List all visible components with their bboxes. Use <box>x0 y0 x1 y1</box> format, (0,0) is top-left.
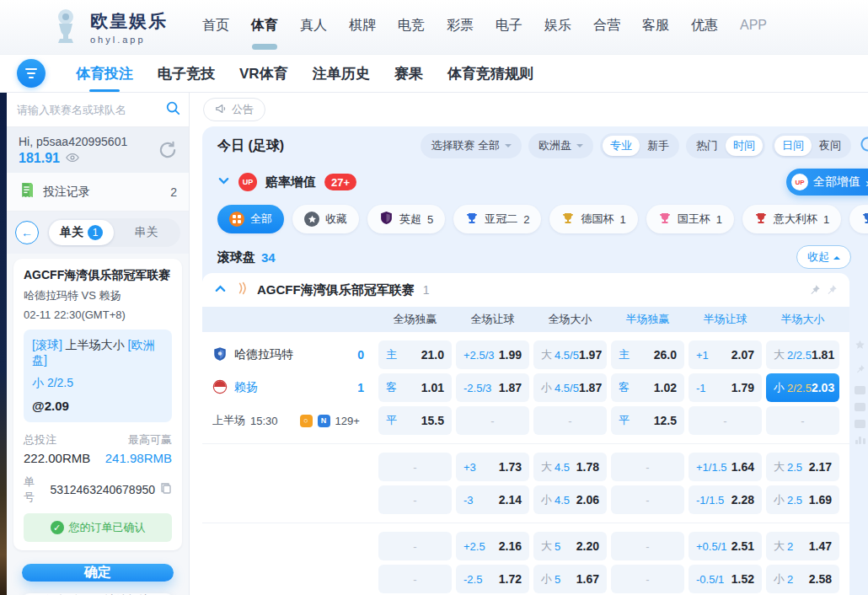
toggle-option-热门[interactable]: 热门 <box>689 136 726 156</box>
search-icon[interactable] <box>165 100 180 119</box>
topnav-item-APP[interactable]: APP <box>729 0 778 54</box>
search-input[interactable] <box>17 104 165 116</box>
odds-cell[interactable]: 小2.51.69 <box>766 485 839 514</box>
toggle-option-日间[interactable]: 日间 <box>774 136 812 156</box>
odds-cell-empty[interactable]: - <box>689 406 762 435</box>
odds-cell[interactable]: 大21.47 <box>766 532 839 560</box>
subnav-tab-注单历史[interactable]: 注单历史 <box>313 64 370 83</box>
back-arrow-button[interactable]: ← <box>15 221 39 244</box>
odds-cell[interactable]: 大4.5/51.97 <box>533 340 607 369</box>
stat-badge-icon[interactable] <box>855 386 865 394</box>
topnav-item-棋牌[interactable]: 棋牌 <box>338 0 387 54</box>
brand-logo[interactable]: 欧皇娱乐 ohyl.app <box>49 7 168 47</box>
refresh-balance-icon[interactable] <box>157 139 179 164</box>
topnav-item-客服[interactable]: 客服 <box>631 0 680 54</box>
copy-icon[interactable] <box>160 482 172 497</box>
toggle-option-新手[interactable]: 新手 <box>640 136 677 156</box>
all-boosts-button[interactable]: UP 全部增值 › <box>786 169 868 196</box>
topnav-item-娱乐[interactable]: 娱乐 <box>533 0 582 54</box>
odds-cell[interactable]: 大4.51.78 <box>533 453 607 481</box>
odds-cell[interactable]: -2.5/31.87 <box>456 373 529 402</box>
odds-cell-empty[interactable]: - <box>378 565 452 593</box>
odds-cell[interactable]: -2.51.72 <box>456 565 529 593</box>
odds-cell[interactable]: 平12.5 <box>611 406 684 435</box>
league-chip-巴甲[interactable]: 巴甲5 <box>849 205 868 233</box>
topnav-item-合营[interactable]: 合营 <box>582 0 631 54</box>
collapse-button[interactable]: 收起 <box>796 245 851 269</box>
confirm-button[interactable]: 确定 <box>22 564 174 582</box>
league-chip-国王杯[interactable]: 国王杯1 <box>646 205 734 233</box>
odds-cell-empty[interactable]: - <box>378 485 452 514</box>
topnav-item-彩票[interactable]: 彩票 <box>436 0 485 54</box>
league-chip-收藏[interactable]: 收藏 <box>292 205 359 233</box>
odds-cell[interactable]: 大2.52.17 <box>766 453 839 481</box>
odds-cell[interactable]: 小22.58 <box>766 565 839 593</box>
tab-single-bet[interactable]: 单关 1 <box>49 220 114 245</box>
subnav-tab-电子竞技[interactable]: 电子竞技 <box>158 64 215 83</box>
announcement-pill[interactable]: 公告 <box>203 98 265 121</box>
pin-icon[interactable] <box>855 362 865 378</box>
odds-cell-empty[interactable]: - <box>456 406 529 435</box>
odds-cell-empty[interactable]: - <box>611 485 684 514</box>
eye-icon[interactable] <box>66 151 79 166</box>
filter-menu-button[interactable] <box>17 59 46 88</box>
topnav-item-优惠[interactable]: 优惠 <box>680 0 729 54</box>
subnav-tab-体育竞猜规则[interactable]: 体育竞猜规则 <box>447 64 533 83</box>
odds-cell-empty[interactable]: - <box>378 453 452 481</box>
odds-cell[interactable]: -0.5/11.52 <box>689 565 762 593</box>
odds-cell[interactable]: +12.07 <box>689 340 762 369</box>
topnav-item-真人[interactable]: 真人 <box>289 0 338 54</box>
odds-cell[interactable]: +31.73 <box>456 453 529 481</box>
odds-cell[interactable]: -1/1.52.28 <box>689 485 762 514</box>
odds-cell-empty[interactable]: - <box>611 565 684 593</box>
odds-cell[interactable]: 大52.20 <box>533 532 607 560</box>
league-select-dropdown[interactable]: 选择联赛 全部 <box>421 133 522 158</box>
odds-cell-empty[interactable]: - <box>533 406 607 435</box>
odds-cell[interactable]: 小4.5/51.87 <box>533 373 607 402</box>
odds-cell[interactable]: 小2/2.52.03 <box>766 373 839 402</box>
star-icon[interactable] <box>855 339 865 354</box>
tab-parlay-bet[interactable]: 串关 <box>114 220 179 245</box>
odds-cell[interactable]: 客1.01 <box>378 373 452 402</box>
subnav-tab-赛果[interactable]: 赛果 <box>394 64 423 83</box>
odds-cell-empty[interactable]: - <box>766 406 839 435</box>
subnav-tab-VR体育[interactable]: VR体育 <box>239 64 288 83</box>
odds-cell-empty[interactable]: - <box>611 453 684 481</box>
odds-cell[interactable]: 大2/2.51.81 <box>766 340 839 369</box>
odds-cell[interactable]: +0.5/12.51 <box>689 532 762 560</box>
topnav-item-体育[interactable]: 体育 <box>240 0 289 54</box>
league-chip-英超[interactable]: 英超5 <box>367 205 445 233</box>
odds-cell[interactable]: 小51.67 <box>533 565 607 593</box>
odds-cell[interactable]: +2.52.16 <box>456 532 529 560</box>
topnav-item-电竞[interactable]: 电竞 <box>387 0 436 54</box>
toggle-option-时间[interactable]: 时间 <box>726 136 763 156</box>
pin-icons[interactable] <box>809 284 838 296</box>
stat-badge-icon[interactable] <box>855 420 865 428</box>
odds-cell[interactable]: +1/1.51.64 <box>689 453 762 481</box>
odds-cell-empty[interactable]: - <box>611 532 684 560</box>
odds-cell[interactable]: 小4.52.06 <box>533 485 607 514</box>
refresh-odds-icon[interactable] <box>858 134 868 158</box>
stats-bars-icon[interactable] <box>855 437 865 444</box>
odds-cell-empty[interactable]: - <box>378 532 452 560</box>
topnav-item-电子[interactable]: 电子 <box>485 0 533 54</box>
stat-badge-icon[interactable] <box>855 403 865 411</box>
league-chip-德国杯[interactable]: 德国杯1 <box>549 205 637 233</box>
odds-type-dropdown[interactable]: 欧洲盘 <box>528 133 593 158</box>
topnav-item-首页[interactable]: 首页 <box>191 0 240 54</box>
toggle-option-夜间[interactable]: 夜间 <box>812 136 849 156</box>
odds-cell[interactable]: 主26.0 <box>611 340 684 369</box>
odds-cell[interactable]: 平15.5 <box>378 406 452 435</box>
bet-record-row[interactable]: 投注记录 2 <box>7 173 189 212</box>
chevron-down-icon[interactable] <box>217 174 230 190</box>
league-chip-意大利杯[interactable]: 意大利杯1 <box>742 205 841 233</box>
league-chip-全部[interactable]: 全部 <box>217 205 284 233</box>
subnav-tab-体育投注[interactable]: 体育投注 <box>76 64 133 83</box>
collapse-section-icon[interactable] <box>214 282 227 298</box>
odds-cell[interactable]: -32.14 <box>456 485 529 514</box>
odds-cell[interactable]: 客1.02 <box>611 373 684 402</box>
odds-cell[interactable]: +2.5/31.99 <box>456 340 529 369</box>
toggle-option-专业[interactable]: 专业 <box>603 136 640 156</box>
odds-cell[interactable]: 主21.0 <box>378 340 452 369</box>
odds-cell[interactable]: -11.79 <box>689 373 762 402</box>
